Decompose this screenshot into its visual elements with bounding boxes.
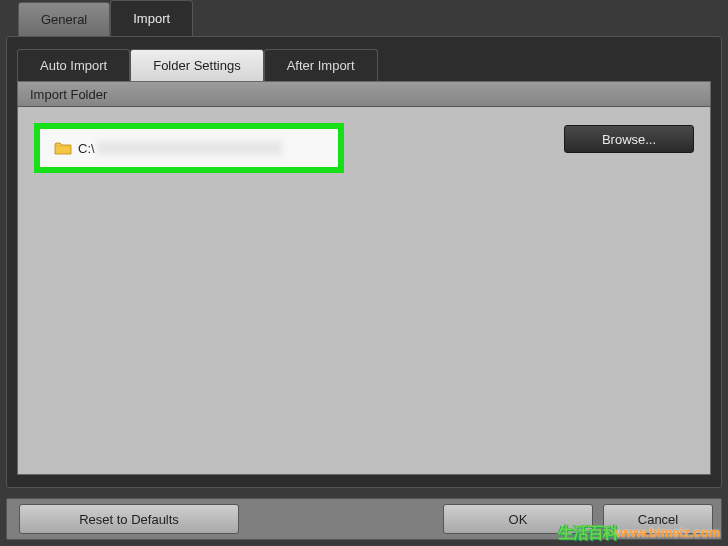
watermark-badge: 生活百科 — [558, 523, 618, 544]
tab-import[interactable]: Import — [110, 0, 193, 36]
highlight-box: C:\ — [34, 123, 344, 173]
tab-auto-import[interactable]: Auto Import — [17, 49, 130, 81]
tab-general[interactable]: General — [18, 2, 110, 36]
section-header-import-folder: Import Folder — [17, 81, 711, 107]
watermark-url: www.bimeiz.com — [616, 525, 720, 540]
tab-folder-settings[interactable]: Folder Settings — [130, 49, 263, 81]
folder-path: C:\ — [78, 141, 282, 156]
browse-button[interactable]: Browse... — [564, 125, 694, 153]
folder-path-redacted — [97, 141, 282, 155]
main-panel: Auto Import Folder Settings After Import… — [6, 36, 722, 488]
folder-icon — [54, 141, 72, 155]
sub-tab-strip: Auto Import Folder Settings After Import — [17, 49, 711, 81]
reset-to-defaults-button[interactable]: Reset to Defaults — [19, 504, 239, 534]
content-panel: C:\ Browse... — [17, 107, 711, 475]
tab-after-import[interactable]: After Import — [264, 49, 378, 81]
top-tab-strip: General Import — [0, 0, 728, 36]
folder-path-prefix: C:\ — [78, 141, 95, 156]
